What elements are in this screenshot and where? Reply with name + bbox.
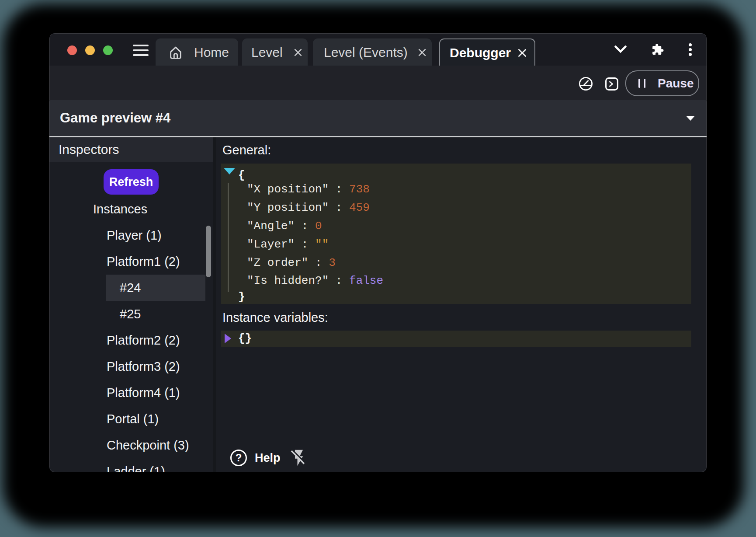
game-preview-header[interactable]: Game preview #4 [49,100,707,136]
pause-button-label: Pause [658,77,694,91]
collapse-preview-icon[interactable] [686,116,695,121]
json-property-row: "Layer" : "" [221,236,691,253]
pause-icon [638,79,645,88]
variables-json-viewer: {} [221,331,691,347]
debugger-toolbar: Pause [49,66,707,100]
tree-item-checkpoint[interactable]: Checkpoint (3) [107,432,189,458]
general-json-viewer: { "X position" : 738 "Y position" : 459 … [221,164,691,304]
json-property-row: "Y position" : 459 [221,199,691,216]
json-close-brace: } [221,288,691,306]
flash-off-icon[interactable] [289,447,309,469]
tab-home[interactable]: Home [156,38,238,66]
main-menu-icon[interactable] [133,45,149,56]
inspector-panel: General: { "X position" : 738 "Y positio… [216,137,707,472]
inspectors-title: Inspectors [59,142,119,157]
pause-button[interactable]: Pause [625,70,699,96]
general-section-label: General: [222,143,271,157]
help-label: Help [255,451,281,465]
home-icon [168,45,183,60]
debugger-body: Inspectors Refresh Instances Player (1) … [49,137,707,472]
json-property-row: "Angle" : 0 [221,217,691,235]
tree-item-platform3[interactable]: Platform3 (2) [107,353,180,380]
json-property-row: "Is hidden?" : false [221,272,691,289]
tab-label: Debugger [450,45,511,60]
tree-item-ladder[interactable]: Ladder (1) [107,458,165,472]
close-tab-icon[interactable] [417,47,427,58]
tree-item-portal[interactable]: Portal (1) [107,406,159,432]
titlebar-actions [614,33,707,66]
more-options-icon[interactable] [689,43,692,56]
tree-item-instance-25[interactable]: #25 [120,301,141,327]
extensions-icon[interactable] [651,43,664,56]
zoom-window-button[interactable] [103,45,113,55]
tree-item-platform4[interactable]: Platform4 (1) [107,380,180,406]
json-property-row: "X position" : 738 [221,181,691,198]
tree-item-instances[interactable]: Instances [93,196,147,222]
tree-item-player[interactable]: Player (1) [107,222,162,248]
inspectors-header: Inspectors [49,137,213,162]
profiler-gauge-icon[interactable] [579,77,593,91]
variables-section-label: Instance variables: [222,310,328,325]
close-tab-icon[interactable] [293,47,303,58]
chevron-down-icon[interactable] [614,45,627,54]
tab-level-events[interactable]: Level (Events) [313,38,432,66]
traffic-lights [67,45,113,55]
help-button[interactable]: ? Help [230,450,281,466]
tree-item-platform2[interactable]: Platform2 (2) [107,327,180,353]
minimize-window-button[interactable] [85,45,95,55]
json-property-row: "Z order" : 3 [221,254,691,272]
inspectors-sidebar: Inspectors Refresh Instances Player (1) … [49,137,216,472]
close-tab-icon[interactable] [517,47,528,59]
game-preview-title: Game preview #4 [60,110,170,126]
close-window-button[interactable] [67,45,77,55]
tab-debugger[interactable]: Debugger [439,38,535,66]
tree-item-instance-24[interactable]: #24 [120,275,141,301]
tab-label: Level (Events) [324,45,408,60]
app-window: Home Level Level (Events) Debugger [49,33,707,472]
refresh-button[interactable]: Refresh [104,169,159,195]
tab-label: Level [251,45,283,60]
tab-level[interactable]: Level [242,38,308,66]
sidebar-scrollbar-thumb[interactable] [206,226,211,277]
title-bar: Home Level Level (Events) Debugger [49,33,707,66]
json-empty-object: {} [221,331,691,347]
help-icon: ? [230,450,247,466]
tree-item-platform1[interactable]: Platform1 (2) [107,248,180,275]
console-icon[interactable] [605,77,619,91]
inspectors-tree: Refresh Instances Player (1) Platform1 (… [49,162,213,472]
tab-label: Home [194,45,229,60]
